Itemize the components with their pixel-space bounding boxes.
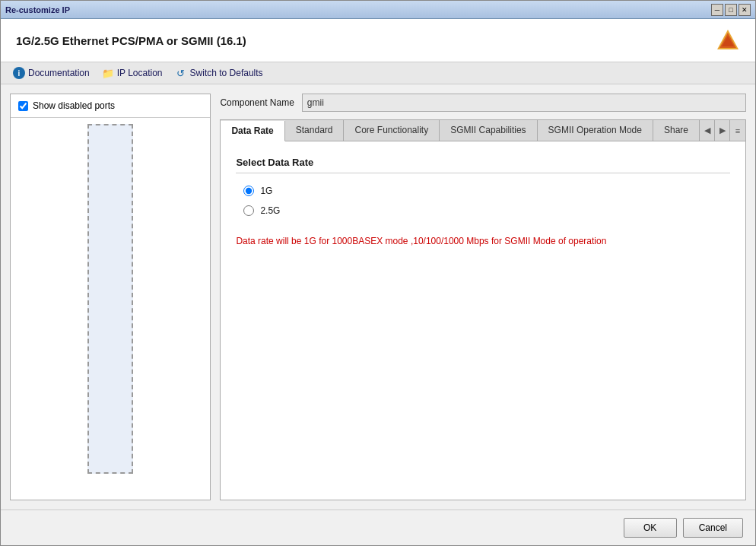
footer-buttons: OK Cancel xyxy=(1,509,755,545)
documentation-label: Documentation xyxy=(28,68,90,78)
radio-group: 1G 2.5G xyxy=(243,186,730,216)
component-name-input[interactable] xyxy=(302,94,746,112)
info-text: Data rate will be 1G for 1000BASEX mode … xyxy=(236,234,730,248)
tab-standard[interactable]: Standard xyxy=(285,120,345,141)
cancel-button[interactable]: Cancel xyxy=(683,518,743,538)
tab-share[interactable]: Share xyxy=(653,120,700,141)
tab-sgmii-capabilities[interactable]: SGMII Capabilities xyxy=(440,120,537,141)
location-icon: 📁 xyxy=(102,67,114,79)
left-panel: Show disabled ports xyxy=(10,94,211,500)
section-title: Select Data Rate xyxy=(236,157,730,173)
tab-menu-button[interactable]: ≡ xyxy=(730,120,745,141)
port-box xyxy=(87,124,133,474)
title-bar-controls: ─ □ ✕ xyxy=(711,4,751,16)
minimize-button[interactable]: ─ xyxy=(711,4,723,16)
show-disabled-ports-label[interactable]: Show disabled ports xyxy=(33,100,115,111)
app-title: 1G/2.5G Ethernet PCS/PMA or SGMII (16.1) xyxy=(16,34,246,47)
radio-item-1g: 1G xyxy=(243,186,730,196)
show-disabled-ports-checkbox[interactable] xyxy=(18,101,28,111)
toolbar: i Documentation 📁 IP Location ↺ Switch t… xyxy=(1,62,755,84)
main-window: Re-customize IP ─ □ ✕ 1G/2.5G Ethernet P… xyxy=(0,0,756,546)
radio-item-2.5g: 2.5G xyxy=(243,205,730,216)
tab-content-data-rate: Select Data Rate 1G 2.5G Data rate w xyxy=(221,141,745,500)
right-panel: Component Name Data Rate Standard Core F… xyxy=(220,94,746,500)
maximize-button[interactable]: □ xyxy=(725,4,737,16)
tab-scroll-left[interactable]: ◀ xyxy=(700,120,715,141)
window-title: Re-customize IP xyxy=(5,5,70,14)
show-disabled-ports-row: Show disabled ports xyxy=(11,94,210,118)
radio-1g[interactable] xyxy=(243,186,254,196)
port-list-area xyxy=(11,118,210,500)
close-button[interactable]: ✕ xyxy=(739,4,751,16)
title-bar-left: Re-customize IP xyxy=(5,5,70,14)
ok-button[interactable]: OK xyxy=(624,518,677,538)
header-section: 1G/2.5G Ethernet PCS/PMA or SGMII (16.1) xyxy=(1,19,755,62)
window-content: 1G/2.5G Ethernet PCS/PMA or SGMII (16.1)… xyxy=(1,19,755,545)
main-area: Show disabled ports Component Name Data … xyxy=(1,84,755,509)
app-logo xyxy=(716,28,740,52)
radio-2.5g-label[interactable]: 2.5G xyxy=(260,205,280,216)
refresh-icon: ↺ xyxy=(175,67,187,79)
tabs-container: Data Rate Standard Core Functionality SG… xyxy=(220,119,746,500)
switch-to-defaults-label: Switch to Defaults xyxy=(190,68,263,78)
ip-location-button[interactable]: 📁 IP Location xyxy=(102,67,163,79)
switch-to-defaults-button[interactable]: ↺ Switch to Defaults xyxy=(175,67,263,79)
tab-sgmii-operation-mode[interactable]: SGMII Operation Mode xyxy=(538,120,653,141)
tab-data-rate[interactable]: Data Rate xyxy=(221,121,284,141)
title-bar: Re-customize IP ─ □ ✕ xyxy=(1,1,755,19)
documentation-button[interactable]: i Documentation xyxy=(13,67,90,79)
tabs-bar: Data Rate Standard Core Functionality SG… xyxy=(221,120,745,141)
component-name-row: Component Name xyxy=(220,94,746,112)
tab-scroll-right[interactable]: ▶ xyxy=(715,120,730,141)
radio-2.5g[interactable] xyxy=(243,205,254,216)
tab-core-functionality[interactable]: Core Functionality xyxy=(344,120,440,141)
radio-1g-label[interactable]: 1G xyxy=(260,186,272,196)
component-name-label: Component Name xyxy=(220,97,294,108)
ip-location-label: IP Location xyxy=(117,68,163,78)
info-icon: i xyxy=(13,67,25,79)
